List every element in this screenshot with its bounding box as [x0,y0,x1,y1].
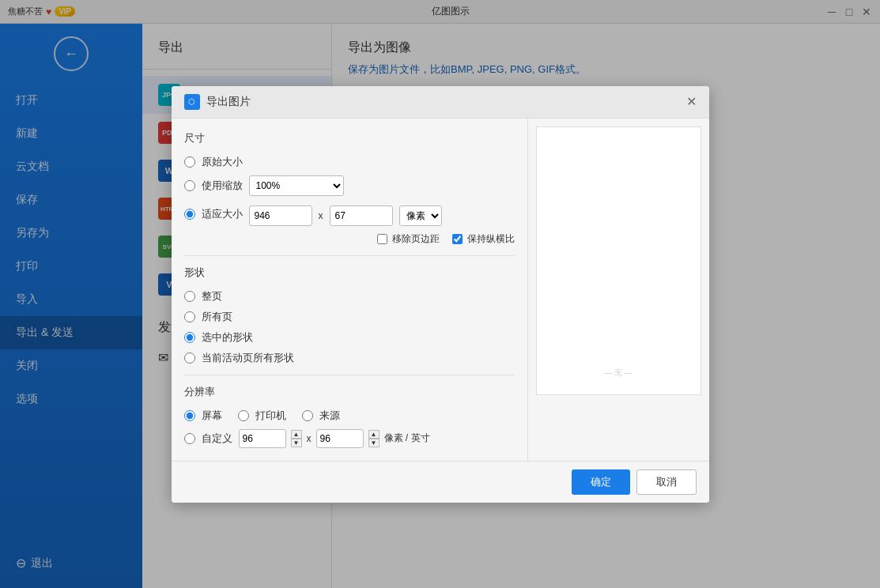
dialog-body: 尺寸 原始大小 使用缩放 100% 50% 200% [172,119,709,461]
size-input-row: x 像素 英寸 [249,205,442,226]
radio-printer-label: 打印机 [255,409,286,423]
export-dialog: ⬡ 导出图片 ✕ 尺寸 原始大小 使用缩放 [172,86,709,503]
radio-source-row: 来源 [302,409,340,423]
dialog-title-icon: ⬡ [184,94,200,110]
scale-select[interactable]: 100% 50% 200% [249,175,344,196]
radio-screen[interactable] [184,410,195,421]
dialog-footer: 确定 取消 [172,461,709,503]
radio-scale-label: 使用缩放 [202,179,243,193]
radio-fit[interactable] [184,209,195,220]
size-radio-group: 原始大小 使用缩放 100% 50% 200% 适应大小 [184,155,515,226]
radio-original[interactable] [184,156,195,168]
radio-all-pages-label: 所有页 [202,310,232,324]
radio-screen-label: 屏幕 [202,409,222,423]
radio-current-page-label: 当前活动页所有形状 [202,351,294,365]
res-x-separator: x [307,433,312,444]
radio-screen-row: 屏幕 [184,409,222,423]
radio-full-page[interactable] [184,291,195,302]
radio-current-page-row: 当前活动页所有形状 [184,351,515,365]
dialog-left: 尺寸 原始大小 使用缩放 100% 50% 200% [172,119,527,461]
res-y-down[interactable]: ▼ [368,439,380,447]
unit-select[interactable]: 像素 英寸 [399,205,442,226]
height-input[interactable] [330,205,393,226]
radio-fit-label: 适应大小 [202,207,243,221]
radio-scale[interactable] [184,180,195,191]
radio-source[interactable] [302,410,313,421]
preview-area: — 无 — [536,126,701,395]
radio-current-page[interactable] [184,352,195,364]
dialog-header: ⬡ 导出图片 ✕ [172,86,709,119]
remove-margin-label: 移除页边距 [392,232,440,246]
checkbox-row: 移除页边距 保持纵横比 [184,232,515,246]
radio-selected-label: 选中的形状 [202,330,253,345]
resolution-radio-row: 屏幕 打印机 来源 [184,409,515,423]
res-unit-label: 像素 / 英寸 [384,432,430,445]
dialog-close-button[interactable]: ✕ [686,94,697,109]
remove-margin-checkbox[interactable] [377,234,387,244]
dialog-title: ⬡ 导出图片 [184,94,251,110]
radio-source-label: 来源 [319,409,340,423]
radio-selected-row: 选中的形状 [184,330,515,345]
resolution-section-title: 分辨率 [184,385,515,399]
keep-ratio-checkbox[interactable] [452,234,463,244]
radio-custom-row: 自定义 ▲ ▼ x ▲ ▼ 像素 / 英寸 [184,429,515,448]
size-section-title: 尺寸 [184,131,515,145]
res-input-row: ▲ ▼ x ▲ ▼ 像素 / 英寸 [239,429,430,448]
shape-section-title: 形状 [184,266,515,280]
res-x-down[interactable]: ▼ [291,439,302,447]
preview-watermark: — 无 — [604,368,633,379]
keep-ratio-label: 保持纵横比 [467,232,515,246]
res-x-up[interactable]: ▲ [291,430,302,439]
radio-all-pages[interactable] [184,311,195,322]
res-y-up[interactable]: ▲ [368,430,380,439]
radio-fit-row: 适应大小 x 像素 英寸 [184,202,515,226]
radio-full-page-row: 整页 [184,289,515,303]
res-y-input[interactable] [316,429,364,448]
res-y-spinner: ▲ ▼ [368,430,380,447]
res-x-spinner: ▲ ▼ [291,430,302,447]
radio-all-pages-row: 所有页 [184,310,515,324]
confirm-button[interactable]: 确定 [572,469,630,495]
radio-printer[interactable] [238,410,249,421]
width-input[interactable] [249,205,312,226]
dialog-title-text: 导出图片 [206,95,251,109]
res-x-input[interactable] [239,429,286,448]
size-x-label: x [319,210,323,221]
dialog-right: — 无 — [527,119,709,461]
radio-selected[interactable] [184,332,195,343]
radio-custom-label: 自定义 [202,432,232,446]
radio-full-page-label: 整页 [202,289,222,303]
cancel-button[interactable]: 取消 [636,469,697,495]
radio-custom[interactable] [184,433,195,444]
radio-original-label: 原始大小 [202,155,243,169]
radio-printer-row: 打印机 [238,409,286,423]
radio-original-row: 原始大小 [184,155,515,169]
radio-scale-row: 使用缩放 100% 50% 200% [184,175,515,196]
shape-radio-group: 整页 所有页 选中的形状 当前活动页所有形状 [184,289,515,365]
modal-overlay: ⬡ 导出图片 ✕ 尺寸 原始大小 使用缩放 [0,0,880,588]
